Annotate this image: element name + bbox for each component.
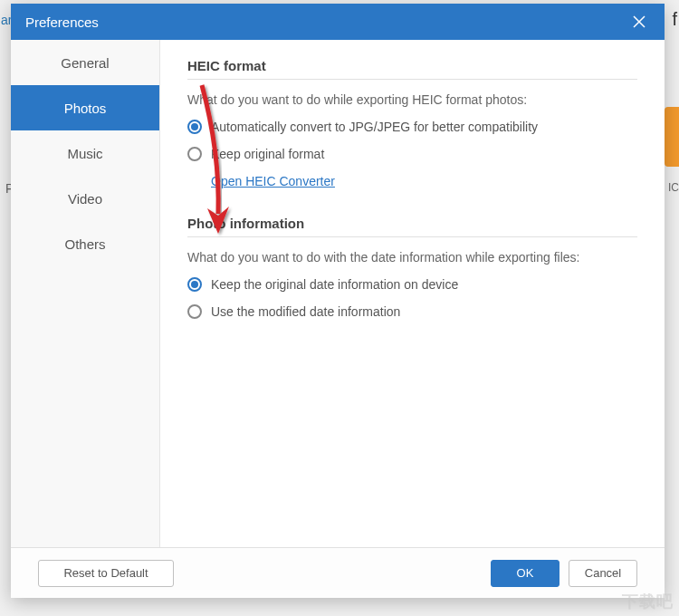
- ok-button[interactable]: OK: [491, 560, 559, 587]
- bg-text: f: [672, 9, 677, 30]
- dialog-title: Preferences: [25, 14, 99, 30]
- titlebar: Preferences: [11, 4, 665, 40]
- radio-icon: [187, 277, 202, 292]
- sidebar-item-label: Photos: [64, 101, 107, 116]
- radio-icon: [187, 147, 202, 161]
- bg-orange-sliver: [665, 107, 679, 167]
- section-title-photoinfo: Photo information: [187, 216, 637, 237]
- radio-date-original[interactable]: Keep the original date information on de…: [187, 277, 637, 292]
- close-icon[interactable]: [628, 11, 650, 33]
- section-desc: What do you want to do with the date inf…: [187, 250, 637, 265]
- radio-date-modified[interactable]: Use the modified date information: [187, 304, 637, 319]
- radio-label: Keep the original date information on de…: [211, 277, 458, 292]
- radio-icon: [187, 304, 202, 319]
- open-heic-converter-link[interactable]: Open HEIC Converter: [211, 174, 335, 188]
- radio-icon: [187, 120, 202, 134]
- sidebar-item-label: General: [61, 55, 109, 71]
- sidebar-item-label: Video: [68, 191, 102, 207]
- reset-to-default-button[interactable]: Reset to Default: [38, 560, 174, 587]
- section-title-heic: HEIC format: [187, 58, 637, 80]
- sidebar-item-music[interactable]: Music: [11, 130, 159, 176]
- sidebar-item-label: Others: [64, 236, 105, 252]
- cancel-button[interactable]: Cancel: [569, 560, 637, 587]
- sidebar-item-general[interactable]: General: [11, 40, 159, 85]
- watermark: 下载吧: [622, 591, 674, 612]
- content-pane: HEIC format What do you want to do while…: [160, 40, 665, 547]
- radio-heic-convert[interactable]: Automatically convert to JPG/JPEG for be…: [187, 120, 637, 134]
- radio-label: Keep original format: [211, 147, 324, 161]
- dialog-footer: Reset to Default OK Cancel: [11, 547, 665, 598]
- radio-heic-keep[interactable]: Keep original format: [187, 147, 637, 161]
- section-desc: What do you want to do while exporting H…: [187, 92, 637, 107]
- sidebar: General Photos Music Video Others: [11, 40, 160, 547]
- radio-label: Automatically convert to JPG/JPEG for be…: [211, 120, 538, 134]
- sidebar-item-video[interactable]: Video: [11, 176, 159, 221]
- bg-text: IC: [668, 181, 679, 194]
- radio-label: Use the modified date information: [211, 304, 400, 319]
- sidebar-item-photos[interactable]: Photos: [11, 85, 159, 130]
- sidebar-item-others[interactable]: Others: [11, 221, 159, 266]
- preferences-dialog: Preferences General Photos Music Video O…: [11, 4, 665, 598]
- sidebar-item-label: Music: [67, 146, 102, 161]
